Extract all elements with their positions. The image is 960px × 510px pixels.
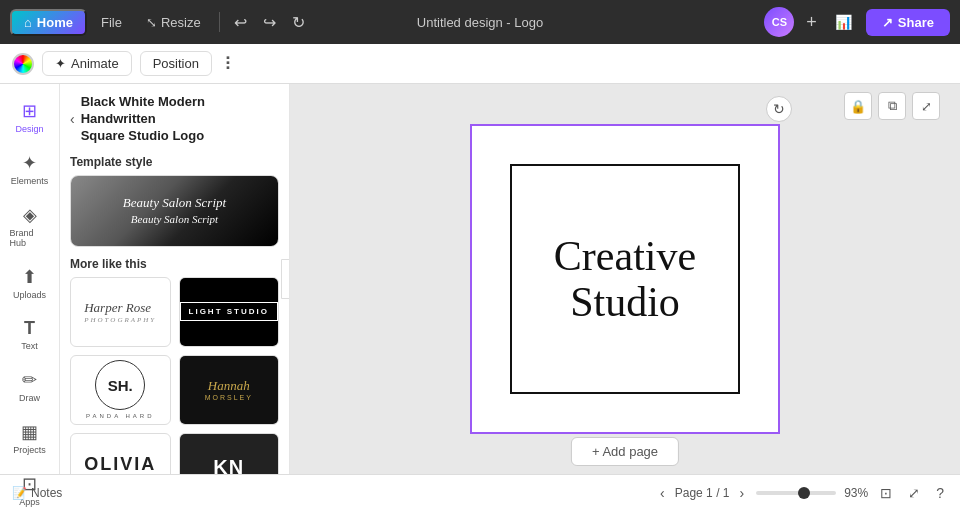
sidebar-item-elements[interactable]: ✦ Elements — [4, 144, 56, 194]
sidebar-item-design[interactable]: ⊞ Design — [4, 92, 56, 142]
resize-icon: ⤡ — [146, 15, 157, 30]
zoom-slider-thumb — [798, 487, 810, 499]
left-panel: ‹ Black White Modern Handwritten Square … — [60, 84, 290, 474]
hannah-content: Hannah MORSLEY — [205, 378, 253, 401]
draw-icon: ✏ — [22, 369, 37, 391]
hannah-subtitle: MORSLEY — [205, 394, 253, 401]
sidebar-item-draw[interactable]: ✏ Draw — [4, 361, 56, 411]
notes-button[interactable]: 📝 Notes — [12, 486, 62, 500]
template-thumb-harper-rose[interactable]: Harper Rose PHOTOGRAPHY — [70, 277, 171, 347]
animate-button[interactable]: ✦ Animate — [42, 51, 132, 76]
bottombar: 📝 Notes ‹ Page 1 / 1 › 93% ⊡ ⤢ ? — [0, 474, 960, 510]
help-button[interactable]: ? — [932, 483, 948, 503]
more-like-this-label: More like this — [70, 257, 279, 271]
logo-frame: Creative Studio — [510, 164, 740, 394]
analytics-button[interactable]: 📊 — [829, 10, 858, 34]
notes-icon: 📝 — [12, 486, 27, 500]
template-style-text1: Beauty Salon Script — [123, 194, 226, 212]
rotate-handle[interactable]: ↻ — [766, 96, 792, 122]
color-palette-button[interactable] — [12, 53, 34, 75]
toolbar: ✦ Animate Position ⠇ — [0, 44, 960, 84]
template-style-preview: Beauty Salon Script Beauty Salon Script — [71, 176, 278, 246]
sh-circle: SH. — [95, 360, 145, 410]
more-tools-button[interactable]: ⠇ — [220, 51, 241, 77]
harper-rose-content: Harper Rose PHOTOGRAPHY — [84, 300, 156, 324]
olivia-text: OLIVIA — [84, 454, 156, 474]
sidebar-label-projects: Projects — [13, 445, 46, 455]
design-icon: ⊞ — [22, 100, 37, 122]
next-page-button[interactable]: › — [736, 483, 749, 503]
page-label: Page 1 / 1 — [675, 486, 730, 500]
canvas-toolbar: 🔒 ⧉ ⤢ — [844, 92, 940, 120]
template-style-label: Template style — [70, 155, 279, 169]
template-thumb-hannah[interactable]: Hannah MORSLEY — [179, 355, 280, 425]
kn-text: KN — [213, 456, 244, 474]
hannah-bg: Hannah MORSLEY — [180, 356, 279, 424]
sidebar-item-projects[interactable]: ▦ Projects — [4, 413, 56, 463]
file-button[interactable]: File — [91, 11, 132, 34]
home-button[interactable]: ⌂ Home — [10, 9, 87, 36]
add-collaborator-button[interactable]: + — [802, 10, 821, 35]
light-studio-bg: LIGHT STUDIO — [180, 278, 279, 346]
undo-button[interactable]: ↩ — [228, 9, 253, 36]
kn-bg: KN — [180, 434, 279, 474]
back-button[interactable]: ‹ Black White Modern Handwritten Square … — [70, 94, 279, 145]
zoom-level: 93% — [844, 486, 868, 500]
sidebar-label-elements: Elements — [11, 176, 49, 186]
sidebar-label-draw: Draw — [19, 393, 40, 403]
template-thumb-sh[interactable]: SH. PANDA HARD — [70, 355, 171, 425]
template-grid: Harper Rose PHOTOGRAPHY LIGHT STUDIO SH.… — [70, 277, 279, 474]
sidebar-item-brand-hub[interactable]: ◈ Brand Hub — [4, 196, 56, 256]
topbar: ⌂ Home File ⤡ Resize ↩ ↪ ↻ Untitled desi… — [0, 0, 960, 44]
collapse-panel-handle[interactable]: › — [281, 259, 290, 299]
topbar-right: CS + 📊 ↗ Share — [764, 7, 950, 37]
position-button[interactable]: Position — [140, 51, 212, 76]
redo-button[interactable]: ↪ — [257, 9, 282, 36]
text-icon: T — [24, 318, 35, 339]
template-style-card[interactable]: Beauty Salon Script Beauty Salon Script — [70, 175, 279, 247]
add-page-button[interactable]: + Add page — [571, 437, 679, 466]
template-thumb-light-studio[interactable]: LIGHT STUDIO — [179, 277, 280, 347]
sh-content: SH. PANDA HARD — [71, 356, 170, 424]
resize-canvas-button[interactable]: ⤢ — [912, 92, 940, 120]
animate-icon: ✦ — [55, 56, 66, 71]
template-thumb-kn[interactable]: KN — [179, 433, 280, 474]
light-studio-text: LIGHT STUDIO — [180, 302, 278, 321]
elements-icon: ✦ — [22, 152, 37, 174]
template-style-text2: Beauty Salon Script — [131, 212, 218, 227]
prev-page-button[interactable]: ‹ — [656, 483, 669, 503]
canvas-container[interactable]: ↻ Creative Studio — [470, 124, 780, 434]
share-button[interactable]: ↗ Share — [866, 9, 950, 36]
canvas-area: 🔒 ⧉ ⤢ ↻ Creative Studio + Add page — [290, 84, 960, 474]
projects-icon: ▦ — [21, 421, 38, 443]
duplicate-button[interactable]: ⧉ — [878, 92, 906, 120]
resize-button[interactable]: ⤡ Resize — [136, 11, 211, 34]
fullscreen-button[interactable]: ⤢ — [904, 483, 924, 503]
logo-text: Creative Studio — [554, 233, 696, 325]
lock-button[interactable]: 🔒 — [844, 92, 872, 120]
hannah-text: Hannah — [205, 378, 253, 394]
zoom-slider[interactable] — [756, 491, 836, 495]
document-title: Untitled design - Logo — [417, 15, 543, 30]
sidebar-icons: ⊞ Design ✦ Elements ◈ Brand Hub ⬆ Upload… — [0, 84, 60, 474]
fit-page-button[interactable]: ⊡ — [876, 483, 896, 503]
olivia-content: OLIVIA Braid Style — [84, 454, 156, 474]
template-thumb-olivia[interactable]: OLIVIA Braid Style — [70, 433, 171, 474]
sidebar-item-uploads[interactable]: ⬆ Uploads — [4, 258, 56, 308]
share-icon: ↗ — [882, 15, 893, 30]
brand-hub-icon: ◈ — [23, 204, 37, 226]
home-icon: ⌂ — [24, 15, 32, 30]
sync-button[interactable]: ↻ — [286, 9, 311, 36]
avatar[interactable]: CS — [764, 7, 794, 37]
sidebar-item-text[interactable]: T Text — [4, 310, 56, 359]
back-arrow-icon: ‹ — [70, 111, 75, 127]
sh-subtitle: PANDA HARD — [86, 413, 155, 419]
uploads-icon: ⬆ — [22, 266, 37, 288]
sidebar-label-uploads: Uploads — [13, 290, 46, 300]
sidebar-label-design: Design — [15, 124, 43, 134]
panel-title: Black White Modern Handwritten Square St… — [81, 94, 279, 145]
sidebar-label-brand-hub: Brand Hub — [10, 228, 50, 248]
sidebar-label-text: Text — [21, 341, 38, 351]
page-info: ‹ Page 1 / 1 › — [656, 483, 748, 503]
topbar-separator — [219, 12, 220, 32]
